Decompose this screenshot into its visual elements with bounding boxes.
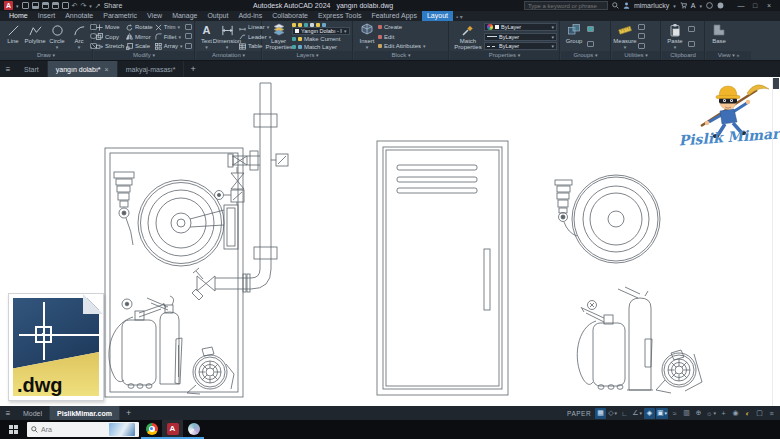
panel-title-draw[interactable]: Draw ▾ [0,51,92,60]
text-tool[interactable]: A Text▾ [198,22,215,51]
move-tool[interactable]: Move [96,23,124,31]
modify-extra-tools[interactable] [185,22,192,51]
paste-tool[interactable]: Paste▾ [664,22,686,51]
workspace-switching-icon[interactable]: ☼▾ [705,408,717,419]
scrollbar-thumb[interactable] [773,78,779,89]
tab-output[interactable]: Output [202,11,233,21]
id-point-icon[interactable] [638,43,645,49]
close-button[interactable]: × [762,0,776,11]
layout-tabs-menu-icon[interactable]: ≡ [0,406,16,420]
new-layout-icon[interactable]: + [120,406,137,420]
offset-icon[interactable] [185,43,192,49]
customization-icon[interactable]: ≡ [766,408,777,419]
copy-tool[interactable]: Copy [96,33,124,41]
group-tool[interactable]: Group [563,22,585,51]
panel-title-utilities[interactable]: Utilities ▾ [612,51,660,60]
transparency-icon[interactable]: ▥ [681,408,692,419]
redo-icon[interactable]: ↷ [80,1,86,10]
panel-title-view[interactable]: View ▾ » [706,51,751,60]
cut-icon[interactable] [688,26,695,32]
annotation-monitor-icon[interactable]: ◉ [730,408,741,419]
chrome-taskbar-button[interactable] [141,420,162,439]
layer-properties-tool[interactable]: Layer Properties [265,22,292,51]
layer-dropdown[interactable]: Yangın Dolabı - I▾ [292,27,350,35]
help-icon[interactable] [706,2,713,9]
ungroup-icon[interactable] [587,26,594,32]
snap-mode-icon[interactable]: ◇▾ [607,408,618,419]
group-edit-icon[interactable] [587,41,594,47]
match-properties-tool[interactable]: Match Properties [452,22,484,51]
autocad-taskbar-button[interactable]: A [162,420,183,439]
clipboard-extra-tools[interactable] [686,22,696,51]
quick-select-icon[interactable] [638,24,645,30]
panel-title-properties[interactable]: Properties ▾ [450,51,559,60]
object-color-dropdown[interactable]: ByLayer▾ [484,23,557,31]
file-tab-makyaj-masasi[interactable]: makyaj-masası* [118,61,185,77]
tab-manage[interactable]: Manage [167,11,202,21]
tab-insert[interactable]: Insert [33,11,61,21]
layout-tab-model[interactable]: Model [16,406,50,420]
fillet-tool[interactable]: Fillet ▾ [155,33,183,41]
help-search-input[interactable] [525,3,607,9]
panel-title-annotation[interactable]: Annotation ▾ [196,51,261,60]
file-tab-start[interactable]: Start [16,61,48,77]
tab-layout[interactable]: Layout [422,11,453,21]
panel-title-groups[interactable]: Groups ▾ [561,51,610,60]
app3-taskbar-button[interactable] [183,420,204,439]
tab-home[interactable]: Home [4,11,33,21]
insert-block-tool[interactable]: Insert▾ [356,22,378,51]
mirror-tool[interactable]: Mirror [126,33,153,41]
circle-tool[interactable]: Circle▾ [46,22,68,51]
file-tabs-menu-icon[interactable]: ≡ [0,61,16,77]
isolate-objects-icon[interactable]: ◐ [742,408,753,419]
cart-icon[interactable] [680,2,687,9]
a-dropdown-icon[interactable]: ▾ [699,3,702,9]
array-tool[interactable]: Array ▾ [155,42,183,50]
close-tab-icon[interactable]: × [105,66,109,73]
linetype-dropdown[interactable]: ByLayer▾ [484,42,557,50]
match-layer-button[interactable]: Match Layer [292,43,350,51]
panel-title-modify[interactable]: Modify ▾ [94,51,194,60]
tab-annotate[interactable]: Annotate [60,11,98,21]
panel-title-clipboard[interactable]: Clipboard [662,51,704,60]
annotation-scale-icon[interactable]: + [718,408,729,419]
group-extra-tools[interactable] [585,22,595,51]
block-edit-button[interactable]: Edit [378,33,426,41]
block-create-button[interactable]: Create [378,23,426,31]
clean-screen-icon[interactable]: ▢ [754,408,765,419]
panel-title-block[interactable]: Block ▾ [354,51,448,60]
account-dropdown-icon[interactable]: ▾ [673,3,676,9]
base-view-tool[interactable]: Base [708,22,730,51]
ribbon-options-icon[interactable]: ▪ ▾ [453,13,466,20]
object-snap-icon[interactable]: ▣▾ [656,408,668,419]
qat-dropdown-icon[interactable]: ▾ [89,3,92,9]
dimension-tool[interactable]: Dimension▾ [215,22,239,51]
grid-display-icon[interactable]: ▦ [595,408,606,419]
space-indicator[interactable]: PAPER [567,410,591,417]
stretch-tool[interactable]: Stretch [96,42,124,50]
start-button[interactable] [0,420,26,439]
lineweight-dropdown[interactable]: ByLayer▾ [484,33,557,41]
erase-icon[interactable] [185,24,192,30]
polar-tracking-icon[interactable]: ∠▾ [631,408,643,419]
panel-title-layers[interactable]: Layers ▾ [263,51,352,60]
maximize-button[interactable]: □ [748,0,762,11]
notification-icon[interactable] [717,2,724,9]
quick-calc-icon[interactable] [638,33,645,39]
new-tab-icon[interactable]: + [184,61,201,77]
tab-featured-apps[interactable]: Featured Apps [366,11,422,21]
tab-collaborate[interactable]: Collaborate [267,11,313,21]
arc-tool[interactable]: Arc▾ [68,22,90,51]
explode-icon[interactable] [185,33,192,39]
tab-view[interactable]: View [142,11,167,21]
autodesk-a-icon[interactable]: A [691,2,696,9]
save-icon[interactable] [42,2,49,9]
polyline-tool[interactable]: Polyline [24,22,46,51]
username[interactable]: mimarlucky [634,2,669,9]
plot-icon[interactable] [62,2,69,9]
autocad-logo-icon[interactable]: A [4,1,13,10]
copy-clip-icon[interactable] [688,41,695,47]
save-as-icon[interactable] [52,2,59,9]
trim-tool[interactable]: Trim ▾ [155,23,183,31]
make-current-button[interactable]: Make Current [292,35,350,43]
